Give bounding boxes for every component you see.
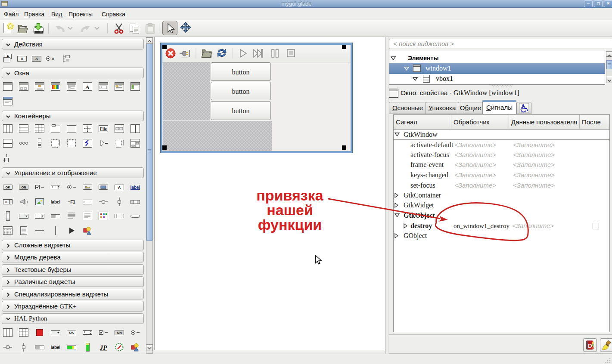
svg-text:OK: OK <box>5 185 10 189</box>
svg-text:ON: ON <box>21 185 26 189</box>
svg-text:0..: 0.. <box>5 200 9 204</box>
svg-text:A: A <box>21 57 24 61</box>
svg-text:A: A <box>35 57 38 61</box>
svg-text:A: A <box>85 84 90 90</box>
svg-text:ON: ON <box>117 331 121 335</box>
svg-text:A: A <box>118 185 121 190</box>
svg-text:label: label <box>130 185 140 190</box>
svg-text:A: A <box>52 57 55 61</box>
svg-text:F1: F1 <box>70 200 75 204</box>
svg-text:OK: OK <box>69 331 74 335</box>
svg-text:label: label <box>51 345 60 350</box>
svg-text:D: D <box>588 342 592 349</box>
svg-text:File: File <box>100 126 107 131</box>
svg-text:label: label <box>51 200 60 204</box>
